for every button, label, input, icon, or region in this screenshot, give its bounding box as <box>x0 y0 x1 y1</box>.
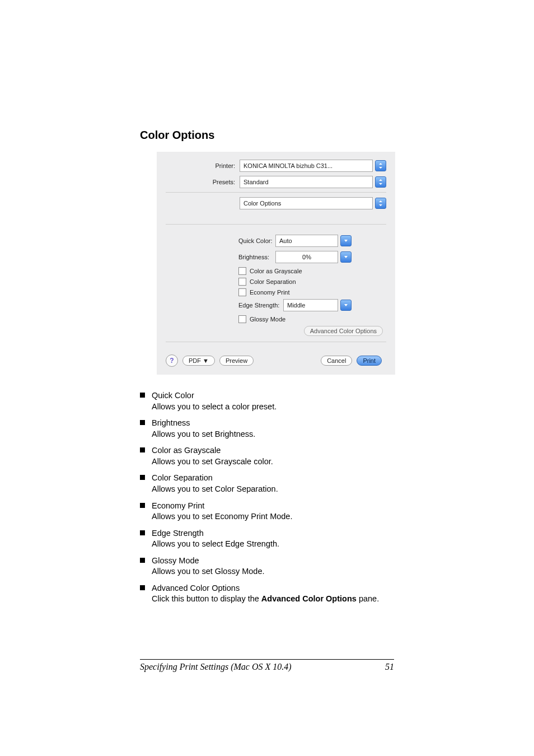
item-title: Economy Print <box>152 501 394 512</box>
printer-label: Printer: <box>166 162 240 169</box>
printer-select[interactable]: KONICA MINOLTA bizhub C31... <box>240 160 373 172</box>
updown-icon[interactable] <box>375 198 386 209</box>
item-desc: Allows you to set Brightness. <box>152 429 394 440</box>
brightness-value: 0% <box>302 254 311 260</box>
square-bullet-icon <box>140 447 145 452</box>
pane-value: Color Options <box>243 200 281 207</box>
document-page: Color Options Printer: KONICA MINOLTA bi… <box>0 0 534 756</box>
list-item: Edge Strength Allows you to select Edge … <box>140 528 394 550</box>
updown-icon[interactable] <box>375 176 386 188</box>
print-button[interactable]: Print <box>357 356 382 366</box>
preview-button[interactable]: Preview <box>219 356 254 366</box>
quick-color-label: Quick Color: <box>238 237 275 244</box>
updown-icon[interactable] <box>375 160 386 171</box>
advanced-color-options-row: Advanced Color Options <box>166 326 386 336</box>
quick-color-row: Quick Color: Auto <box>166 235 386 247</box>
item-title: Color as Grayscale <box>152 445 394 456</box>
item-title: Advanced Color Options <box>152 583 394 594</box>
item-desc: Allows you to set Glossy Mode. <box>152 566 394 577</box>
brightness-select[interactable]: 0% <box>275 251 338 263</box>
list-item: Advanced Color Options Click this button… <box>140 583 394 605</box>
item-title: Brightness <box>152 418 394 429</box>
list-item: Glossy Mode Allows you to set Glossy Mod… <box>140 556 394 577</box>
glossy-mode-checkbox[interactable]: Glossy Mode <box>238 315 386 323</box>
presets-value: Standard <box>243 179 269 185</box>
checkbox-label: Color Separation <box>250 278 296 285</box>
checkbox-label: Economy Print <box>250 289 290 296</box>
dropdown-icon[interactable] <box>340 251 352 263</box>
footer-text: Specifying Print Settings (Mac OS X 10.4… <box>140 662 292 672</box>
brightness-row: Brightness: 0% <box>166 251 386 263</box>
pane-row: Color Options <box>166 197 386 209</box>
square-bullet-icon <box>140 393 145 398</box>
advanced-color-options-button[interactable]: Advanced Color Options <box>304 326 383 336</box>
item-desc: Allows you to select a color preset. <box>152 402 394 413</box>
item-title: Edge Strength <box>152 528 394 539</box>
presets-label: Presets: <box>166 179 240 185</box>
quick-color-select[interactable]: Auto <box>275 235 338 247</box>
checkbox-label: Color as Grayscale <box>250 268 302 274</box>
color-as-grayscale-checkbox[interactable]: Color as Grayscale <box>238 267 386 275</box>
pane-select[interactable]: Color Options <box>240 197 373 209</box>
section-heading: Color Options <box>140 129 394 142</box>
printer-value: KONICA MINOLTA bizhub C31... <box>243 162 332 169</box>
list-item: Quick Color Allows you to select a color… <box>140 390 394 412</box>
presets-select[interactable]: Standard <box>240 176 373 188</box>
item-desc: Allows you to set Economy Print Mode. <box>152 511 394 522</box>
item-desc: Allows you to select Edge Strength. <box>152 539 394 550</box>
brightness-label: Brightness: <box>238 254 275 260</box>
square-bullet-icon <box>140 558 145 563</box>
square-bullet-icon <box>140 585 145 590</box>
help-button[interactable]: ? <box>166 354 178 367</box>
item-title: Quick Color <box>152 390 394 402</box>
page-number: 51 <box>385 662 394 672</box>
list-item: Brightness Allows you to set Brightness. <box>140 418 394 440</box>
item-title: Color Separation <box>152 473 394 484</box>
item-desc: Click this button to display the Advance… <box>152 594 394 605</box>
printer-row: Printer: KONICA MINOLTA bizhub C31... <box>166 160 386 172</box>
divider <box>166 192 386 193</box>
pdf-button[interactable]: PDF ▼ <box>182 356 215 366</box>
square-bullet-icon <box>140 530 145 535</box>
checkbox-icon <box>238 315 246 323</box>
list-item: Color Separation Allows you to set Color… <box>140 473 394 494</box>
edge-strength-label: Edge Strength: <box>238 302 283 309</box>
item-desc: Allows you to set Grayscale color. <box>152 456 394 468</box>
economy-print-checkbox[interactable]: Economy Print <box>238 288 386 296</box>
presets-row: Presets: Standard <box>166 176 386 188</box>
quick-color-value: Auto <box>279 237 292 244</box>
checkbox-icon <box>238 288 246 296</box>
dropdown-icon[interactable] <box>340 300 352 311</box>
item-title: Glossy Mode <box>152 556 394 567</box>
cancel-button[interactable]: Cancel <box>321 356 352 366</box>
checkbox-label: Glossy Mode <box>250 316 285 323</box>
square-bullet-icon <box>140 475 145 480</box>
page-footer: Specifying Print Settings (Mac OS X 10.4… <box>140 659 394 672</box>
square-bullet-icon <box>140 420 145 425</box>
dropdown-icon[interactable] <box>340 235 352 246</box>
edge-strength-row: Edge Strength: Middle <box>166 299 386 311</box>
color-options-group: Quick Color: Auto Brightness: 0% <box>166 224 386 342</box>
dialog-footer: ? PDF ▼ Preview Cancel Print <box>166 354 386 367</box>
item-desc: Allows you to set Color Separation. <box>152 484 394 495</box>
square-bullet-icon <box>140 503 145 508</box>
color-separation-checkbox[interactable]: Color Separation <box>238 278 386 286</box>
list-item: Economy Print Allows you to set Economy … <box>140 501 394 522</box>
checkbox-icon <box>238 267 246 275</box>
list-item: Color as Grayscale Allows you to set Gra… <box>140 445 394 467</box>
checkbox-icon <box>238 278 246 286</box>
print-dialog-screenshot: Printer: KONICA MINOLTA bizhub C31... Pr… <box>157 152 395 375</box>
edge-strength-value: Middle <box>287 302 305 309</box>
feature-list: Quick Color Allows you to select a color… <box>140 390 394 605</box>
edge-strength-select[interactable]: Middle <box>283 299 338 311</box>
